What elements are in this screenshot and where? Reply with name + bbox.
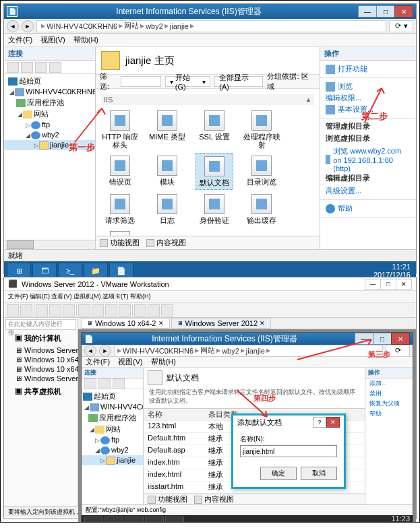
menu-help[interactable]: 帮助(H)	[73, 35, 98, 45]
vm-tab-active[interactable]: 🖥 Windows Server 2012 ✕	[171, 318, 272, 329]
tool-btn[interactable]	[49, 304, 61, 317]
screenshot-vmware: ⬛ Windows Server 2012 - VMware Workstati…	[3, 277, 417, 519]
minimize-button[interactable]: —	[358, 5, 377, 18]
vmware-titlebar: ⬛ Windows Server 2012 - VMware Workstati…	[4, 277, 416, 291]
refresh-area[interactable]: ⟳▾	[389, 20, 413, 32]
close-button[interactable]: ✕	[396, 279, 412, 290]
feature-log[interactable]: 日志	[148, 191, 186, 227]
filter-input[interactable]	[121, 76, 161, 87]
tree-btn[interactable]	[35, 62, 47, 73]
taskbar-btn[interactable]	[125, 517, 144, 523]
dialog-close[interactable]: ✕	[326, 417, 340, 428]
name-input[interactable]	[240, 445, 337, 457]
vm-entry[interactable]: 🖥 Windows Server 2012	[7, 345, 75, 355]
breadcrumb[interactable]: ▶WIN-HVV4C0KRHN6 ▶网站 ▶wby2 ▶jianjie▶	[114, 345, 383, 357]
close-button[interactable]: ✕	[394, 5, 413, 18]
view-switcher: 功能视图 内容视图	[96, 236, 320, 249]
default-doc-pane: 默认文档 使用此功能指定当客户端未请求特定文件名时返回的默认文件。按优先级顺序设…	[144, 368, 365, 504]
action-advanced[interactable]: 高级设置...	[326, 185, 411, 197]
close-button[interactable]: ✕	[391, 333, 410, 345]
min-button[interactable]: —	[365, 279, 381, 290]
collapse-icon[interactable]: ▲	[305, 96, 311, 103]
action-revert[interactable]: 恢复为父项	[365, 399, 413, 409]
taskbar-btn[interactable]	[104, 517, 123, 523]
vm-entry[interactable]: 🖥 Windows 10 x64-2	[7, 364, 75, 374]
action-open[interactable]: 打开功能	[326, 63, 411, 75]
action-explore[interactable]: 浏览	[326, 81, 411, 92]
tree-btn[interactable]	[49, 62, 61, 73]
feature-default-document[interactable]: 默认文档	[196, 153, 233, 190]
max-button[interactable]: □	[380, 279, 396, 290]
fwd-button[interactable]: ►	[99, 345, 111, 357]
tool-btn[interactable]	[7, 304, 19, 317]
tool-btn[interactable]	[134, 304, 146, 317]
max-button[interactable]: □	[373, 333, 392, 345]
action-editperm[interactable]: 编辑权限...	[326, 92, 411, 104]
back-button[interactable]: ◄	[7, 20, 19, 32]
vmware-menubar[interactable]: 文件(F) 编辑(E) 查看(V) 虚拟机(M) 选项卡(T) 帮助(H)	[4, 291, 416, 303]
tool-btn[interactable]	[63, 304, 75, 317]
feature-http[interactable]: HTTP 响应标头	[101, 108, 139, 152]
help-icon	[326, 204, 335, 213]
tool-btn[interactable]	[92, 304, 104, 317]
tree-scroll[interactable]	[4, 240, 95, 249]
feature-reqfilter[interactable]: 请求筛选	[101, 191, 139, 227]
vm-tab[interactable]: 🖥 Windows 10 x64-2 ✕	[81, 318, 170, 329]
connections-tree[interactable]: 起始页 ◢WIN-HVV4C0KRHN6 (WIN 应用程序池 ◢网站 ▷ftp…	[4, 74, 95, 240]
taskbar-btn[interactable]	[145, 517, 164, 523]
menu-view[interactable]: 视图(V)	[40, 35, 65, 45]
forward-button[interactable]: ►	[22, 20, 34, 32]
tool-btn[interactable]	[105, 304, 117, 317]
action-add[interactable]: 添加...	[365, 378, 413, 389]
menu-file[interactable]: 文件(F)	[8, 35, 32, 45]
guest-tray[interactable]: 11:232017/12/16	[373, 515, 410, 523]
taskbar-btn[interactable]	[165, 517, 184, 523]
tree-btn[interactable]	[7, 62, 19, 73]
tool-btn[interactable]	[36, 304, 48, 317]
view-features[interactable]: 功能视图	[100, 238, 140, 248]
breadcrumb[interactable]: ▶WIN-HVV4C0KRHN6 ▶网站 ▶wby2 ▶jianjie ▶	[36, 20, 386, 32]
filter-start[interactable]: ▾ 开始(G) ▾	[165, 76, 210, 87]
action-browse-link[interactable]: 浏览 www.wby2.com on 192.168.1.1:80 (http)	[326, 145, 411, 173]
home-icon	[8, 77, 18, 86]
dialog-help[interactable]: ?	[313, 417, 326, 428]
feature-error[interactable]: 错误页	[101, 153, 139, 190]
feature-dirbrowse[interactable]: 目录浏览	[243, 153, 280, 190]
tool-btn[interactable]	[78, 304, 90, 317]
feature-cache[interactable]: 输出缓存	[243, 191, 280, 227]
library-my-computer[interactable]: ▣ 我的计算机	[7, 333, 75, 344]
view-content[interactable]: 内容视图	[194, 494, 234, 504]
ok-button[interactable]: 确定	[260, 467, 297, 480]
refresh[interactable]: ⟳	[386, 345, 410, 357]
feature-modules[interactable]: 模块	[148, 153, 186, 190]
feature-compress[interactable]: 压缩	[101, 228, 139, 236]
tool-btn[interactable]	[119, 304, 131, 317]
action-basic[interactable]: 基本设置...	[326, 104, 411, 115]
tool-btn[interactable]	[20, 304, 32, 317]
action-disable[interactable]: 禁用	[365, 389, 413, 399]
action-help[interactable]: 帮助	[365, 409, 413, 419]
vm-entry[interactable]: 🖥 Windows Server 2012	[7, 374, 75, 383]
feature-mime[interactable]: MIME 类型	[148, 108, 186, 152]
tool-btn[interactable]	[161, 304, 173, 317]
feature-auth[interactable]: 身份验证	[196, 191, 233, 227]
library-search[interactable]: 在此处键入内容进行搜...	[5, 319, 76, 330]
tree-btn[interactable]	[21, 62, 33, 73]
feature-ssl[interactable]: SSL 设置	[196, 108, 233, 152]
filter-showall[interactable]: 全部显示(A)	[214, 76, 263, 87]
library-shared[interactable]: ▣ 共享虚拟机	[7, 386, 75, 397]
maximize-button[interactable]: □	[376, 5, 395, 18]
feature-handler[interactable]: 处理程序映射	[243, 108, 280, 152]
back-button[interactable]: ◄	[84, 345, 96, 357]
cancel-button[interactable]: 取消	[301, 467, 337, 480]
actions-pane: 操作 添加... 禁用 恢复为父项 帮助	[365, 368, 413, 504]
min-button[interactable]: —	[355, 333, 373, 345]
tool-btn[interactable]	[148, 304, 160, 317]
start-button[interactable]	[84, 517, 103, 523]
vm-entry[interactable]: 🖥 Windows 10 x64	[7, 355, 75, 364]
pool-icon	[16, 99, 26, 107]
view-content[interactable]: 内容视图	[146, 238, 186, 248]
action-help[interactable]: 帮助	[326, 203, 411, 214]
view-features[interactable]: 功能视图	[148, 494, 187, 504]
vmware-library: 在此处键入内容进行搜... ▣ 我的计算机 🖥 Windows Server 2…	[4, 318, 78, 506]
